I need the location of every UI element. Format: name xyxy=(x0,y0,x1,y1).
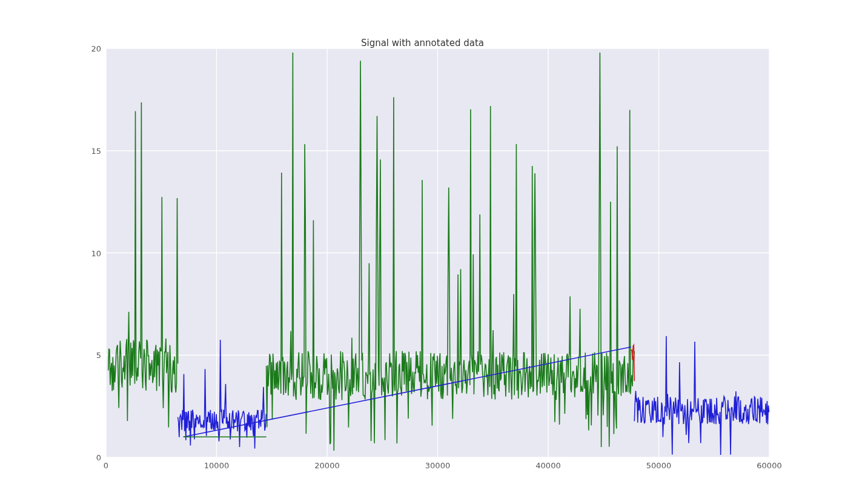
figure: Signal with annotated data 0100002000030… xyxy=(0,0,845,504)
y-tick-label: 10 xyxy=(91,248,101,257)
x-tick-label: 20000 xyxy=(314,461,339,470)
x-tick-label: 30000 xyxy=(425,461,450,470)
chart-title: Signal with annotated data xyxy=(0,38,845,48)
y-tick-label: 20 xyxy=(91,44,101,53)
signal-segment xyxy=(178,340,267,448)
y-tick-label: 5 xyxy=(96,351,101,360)
signal-segment xyxy=(634,336,769,455)
axes-area xyxy=(106,48,769,457)
x-tick-label: 40000 xyxy=(535,461,560,470)
x-tick-label: 10000 xyxy=(204,461,229,470)
y-tick-label: 0 xyxy=(96,453,101,462)
signal-segment xyxy=(267,53,635,451)
x-tick-label: 60000 xyxy=(757,461,781,470)
x-tick-label: 0 xyxy=(104,461,108,470)
signal-segment xyxy=(108,102,178,427)
x-tick-label: 50000 xyxy=(646,461,671,470)
y-tick-label: 15 xyxy=(91,146,101,155)
plot-svg xyxy=(106,48,769,457)
